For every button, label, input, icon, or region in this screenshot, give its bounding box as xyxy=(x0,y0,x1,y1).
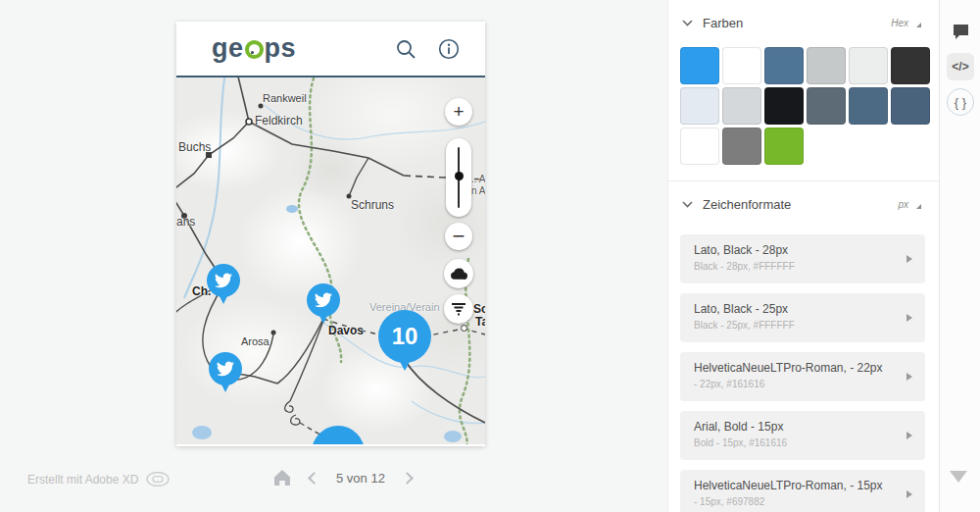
color-swatch[interactable] xyxy=(764,47,804,84)
map-cluster-pin-partial[interactable] xyxy=(312,426,365,444)
character-style-card[interactable]: Lato, Black - 25pxBlack - 25px, #FFFFFF xyxy=(680,293,925,342)
style-card-title: Lato, Black - 25px xyxy=(694,302,913,316)
pager-label: 5 von 12 xyxy=(336,471,385,486)
station-marker xyxy=(461,325,467,332)
expand-arrow-icon[interactable] xyxy=(906,432,912,439)
map-label-feldkirch: Feldkirch xyxy=(255,114,303,128)
styles-section-header: Zeichenformate px xyxy=(668,181,939,227)
map-pin-twitter-arosa[interactable] xyxy=(209,352,242,385)
comments-button[interactable] xyxy=(947,18,974,45)
home-icon[interactable] xyxy=(272,469,292,486)
geops-logo: ge ps xyxy=(212,33,296,64)
specs-code-button[interactable]: </> xyxy=(947,53,974,80)
credit-text: Erstellt mit Adobe XD xyxy=(27,473,138,486)
style-card-subtitle: Black - 25px, #FFFFFF xyxy=(694,320,913,331)
map-label-cut-a2: n A xyxy=(471,185,485,196)
zoom-in-button[interactable]: + xyxy=(445,98,472,126)
braces-button[interactable]: { } xyxy=(947,88,974,116)
scroll-down-indicator-icon[interactable] xyxy=(950,471,967,483)
map-label-buchs: Buchs xyxy=(178,140,211,154)
character-style-list: Lato, Black - 28pxBlack - 28px, #FFFFFFL… xyxy=(668,227,939,512)
map-label-scuol: Scu xyxy=(473,302,485,316)
colors-section-header: Farben Hex xyxy=(668,0,939,45)
right-toolbar-rail: </> { } xyxy=(939,0,980,512)
map-pin-twitter-davos[interactable] xyxy=(307,283,340,317)
next-artboard-icon[interactable] xyxy=(401,472,414,485)
zoom-slider[interactable] xyxy=(446,138,471,217)
style-card-subtitle: Black - 28px, #FFFFFF xyxy=(694,261,913,272)
style-card-title: Lato, Black - 28px xyxy=(694,243,913,257)
twitter-bird-icon xyxy=(217,360,234,378)
creative-cloud-icon xyxy=(146,472,170,486)
expand-arrow-icon[interactable] xyxy=(906,255,912,263)
character-style-card[interactable]: HelveticaNeueLTPro-Roman, - 22px- 22px, … xyxy=(680,352,925,401)
color-swatch[interactable] xyxy=(807,47,846,84)
prev-artboard-icon[interactable] xyxy=(308,472,320,485)
logo-text-ge: ge xyxy=(212,33,244,64)
info-icon[interactable] xyxy=(438,38,460,60)
map-label-arosa: Arosa xyxy=(241,335,270,347)
logo-text-ps: ps xyxy=(265,33,297,64)
character-style-card[interactable]: Arial, Bold - 15pxBold - 15px, #161616 xyxy=(680,411,925,460)
map-cluster-pin[interactable]: 10 xyxy=(378,310,431,363)
expand-arrow-icon[interactable] xyxy=(906,373,912,381)
color-unit-label[interactable]: Hex xyxy=(891,18,908,28)
map-view[interactable]: Rankweil Feldkirch Buchs Schruns ans .. … xyxy=(176,77,485,444)
map-label-davos: Davos xyxy=(328,324,364,337)
comment-bubble-icon xyxy=(953,24,969,39)
expand-arrow-icon[interactable] xyxy=(906,490,912,498)
zoom-slider-knob[interactable] xyxy=(455,172,464,180)
color-swatch[interactable] xyxy=(722,47,761,84)
style-card-subtitle: - 15px, #697882 xyxy=(694,496,913,507)
artboard-phone-mockup: ge ps xyxy=(176,22,485,446)
style-card-title: Arial, Bold - 15px xyxy=(694,420,913,434)
character-style-card[interactable]: HelveticaNeueLTPro-Roman, - 15px- 15px, … xyxy=(680,470,925,512)
chevron-down-icon[interactable] xyxy=(682,20,693,26)
artboard-pager: 5 von 12 xyxy=(272,469,412,486)
style-card-subtitle: - 22px, #161616 xyxy=(694,379,913,389)
map-pin-twitter-chur[interactable] xyxy=(207,264,240,297)
color-swatch[interactable] xyxy=(849,47,888,84)
map-label-schruns: Schruns xyxy=(351,198,394,212)
unit-dropdown-icon[interactable] xyxy=(916,204,921,209)
map-label-cut-a1: .. A xyxy=(471,174,485,184)
cluster-count: 10 xyxy=(378,310,431,363)
color-swatch[interactable] xyxy=(764,87,804,125)
color-swatch[interactable] xyxy=(680,47,719,84)
chevron-down-icon[interactable] xyxy=(682,201,693,208)
color-swatch[interactable] xyxy=(680,128,719,165)
character-style-card[interactable]: Lato, Black - 28pxBlack - 28px, #FFFFFF xyxy=(680,234,925,283)
spec-panel: Farben Hex Zeichenformate px Lato, Black… xyxy=(667,0,939,512)
app-header: ge ps xyxy=(176,22,485,77)
twitter-bird-icon xyxy=(315,291,332,309)
color-swatch[interactable] xyxy=(891,47,930,84)
color-swatch[interactable] xyxy=(722,128,761,165)
cloud-icon xyxy=(450,267,467,281)
map-label-ans: ans xyxy=(176,215,195,229)
color-swatch[interactable] xyxy=(722,87,761,125)
style-card-subtitle: Bold - 15px, #161616 xyxy=(694,437,913,448)
filter-funnel-icon xyxy=(451,302,466,317)
layers-cloud-button[interactable] xyxy=(444,259,473,288)
color-swatch[interactable] xyxy=(849,87,888,125)
expand-arrow-icon[interactable] xyxy=(906,314,912,322)
style-card-title: HelveticaNeueLTPro-Roman, - 22px xyxy=(694,361,913,375)
map-label-rankweil: Rankweil xyxy=(263,92,307,104)
map-label-tarasp: Tar xyxy=(475,315,485,329)
adobe-xd-credit: Erstellt mit Adobe XD xyxy=(27,472,170,486)
twitter-bird-icon xyxy=(215,272,232,289)
unit-dropdown-icon[interactable] xyxy=(916,23,921,27)
styles-section-title: Zeichenformate xyxy=(703,197,791,212)
logo-green-o xyxy=(245,40,264,59)
color-swatch-grid xyxy=(668,45,939,179)
color-swatch[interactable] xyxy=(764,128,804,165)
styles-unit-label[interactable]: px xyxy=(898,199,908,210)
zoom-out-button[interactable]: − xyxy=(445,223,472,250)
color-swatch[interactable] xyxy=(891,87,930,125)
color-swatch[interactable] xyxy=(680,87,719,125)
color-swatch[interactable] xyxy=(807,87,846,125)
colors-section-title: Farben xyxy=(703,16,743,30)
filter-button[interactable] xyxy=(444,294,473,324)
preview-canvas: ge ps xyxy=(0,0,667,512)
search-icon[interactable] xyxy=(395,38,416,60)
